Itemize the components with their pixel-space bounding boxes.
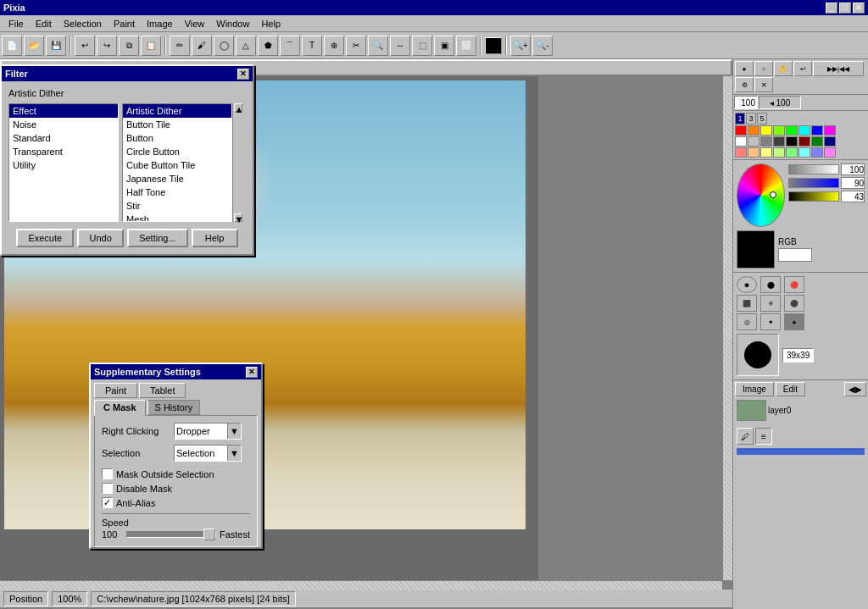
swatch-light-gray[interactable]	[748, 136, 760, 147]
swatch-blue[interactable]	[811, 125, 823, 136]
horizontal-scrollbar[interactable]	[0, 580, 722, 590]
effect-circle-button[interactable]: Circle Button	[123, 145, 231, 158]
redo-button[interactable]: ↪	[97, 36, 117, 56]
save-button[interactable]: 💾	[46, 36, 66, 56]
brush-7[interactable]: ◎	[737, 313, 757, 330]
filter-dialog-close[interactable]: ✕	[237, 69, 249, 80]
layer-thumbnail[interactable]	[737, 400, 766, 421]
close-button[interactable]: ✕	[853, 3, 865, 14]
disable-mask-checkbox[interactable]	[102, 483, 113, 494]
tool-13[interactable]: ▣	[434, 36, 454, 56]
brush-5[interactable]: ✳	[760, 295, 781, 312]
effect-button[interactable]: Button	[123, 131, 231, 145]
swatch-peach[interactable]	[748, 147, 760, 158]
undo-button[interactable]: ↩	[75, 36, 95, 56]
tab-tablet[interactable]: Tablet	[139, 383, 186, 398]
filter-effect-list[interactable]: Artistic Dither Button Tile Button Circl…	[122, 103, 232, 222]
rp-tool-7[interactable]: ✕	[754, 77, 773, 92]
swatch-dark-red[interactable]	[798, 136, 810, 147]
open-button[interactable]: 📂	[24, 36, 44, 56]
swatch-pink[interactable]	[735, 147, 747, 158]
swatch-dark-blue[interactable]	[824, 136, 836, 147]
s-slider[interactable]	[788, 178, 839, 188]
tool-12[interactable]: ⬚	[412, 36, 432, 56]
swatch-gray[interactable]	[760, 136, 772, 147]
menu-selection[interactable]: Selection	[58, 17, 107, 30]
menu-file[interactable]: File	[3, 17, 29, 30]
mask-outside-checkbox[interactable]	[102, 468, 113, 479]
tool-2[interactable]: 🖌	[192, 36, 212, 56]
brush-6[interactable]: ⚫	[784, 295, 804, 312]
anti-alias-checkbox[interactable]: ✓	[102, 497, 113, 508]
tool-3[interactable]: ◯	[214, 36, 234, 56]
rp-tool-5[interactable]: ▶▶|◀◀	[813, 61, 864, 76]
tab-shistory[interactable]: S History	[147, 400, 201, 415]
filter-category-list[interactable]: Effect Noise Standard Transparent Utilit…	[8, 103, 119, 222]
brush-8[interactable]: ✦	[760, 313, 781, 330]
tab-cmask[interactable]: C Mask	[94, 400, 146, 416]
brush-2[interactable]: ⬤	[760, 276, 781, 293]
tool-8[interactable]: ⊕	[324, 36, 344, 56]
layer-num-1[interactable]: 1	[735, 113, 745, 125]
vertical-scrollbar[interactable]	[722, 76, 732, 580]
layer-num-3[interactable]: 3	[746, 113, 756, 125]
paste-button[interactable]: 📋	[141, 36, 161, 56]
layers-nav-button[interactable]: ◀▶	[844, 382, 866, 396]
supp-dialog-close[interactable]: ✕	[246, 367, 258, 378]
tool-6[interactable]: ⌒	[280, 36, 300, 56]
selection-dropdown-arrow[interactable]: ▼	[227, 446, 241, 461]
copy-button[interactable]: ⧉	[119, 36, 139, 56]
rp-tool-2[interactable]: ○	[754, 61, 773, 76]
menu-help[interactable]: Help	[256, 17, 286, 30]
swatch-orange[interactable]	[748, 125, 760, 136]
effect-artistic-dither[interactable]: Artistic Dither	[123, 104, 231, 118]
zoom-in-button[interactable]: 🔍+	[510, 36, 531, 56]
swatch-white[interactable]	[735, 136, 747, 147]
b-slider[interactable]	[788, 191, 839, 202]
category-standard[interactable]: Standard	[9, 131, 118, 145]
new-button[interactable]: 📄	[2, 36, 22, 56]
tool-9[interactable]: ✂	[346, 36, 366, 56]
s-input[interactable]	[841, 177, 865, 189]
swatch-magenta[interactable]	[824, 125, 836, 136]
swatch-light-magenta[interactable]	[824, 147, 836, 158]
setting-button[interactable]: Setting...	[127, 229, 187, 247]
rp-tool-1[interactable]: ●	[735, 61, 754, 76]
tool-4[interactable]: △	[236, 36, 256, 56]
swatch-yellow[interactable]	[760, 125, 772, 136]
selection-dropdown[interactable]: Selection ▼	[174, 445, 242, 462]
effect-half-tone[interactable]: Half Tone	[123, 185, 231, 199]
color-btn[interactable]	[485, 37, 502, 54]
maximize-button[interactable]: □	[839, 3, 851, 14]
swatch-cyan[interactable]	[798, 125, 810, 136]
right-clicking-dropdown[interactable]: Dropper ▼	[174, 423, 242, 440]
help-button[interactable]: Help	[192, 229, 238, 247]
menu-window[interactable]: Window	[211, 17, 254, 30]
swatch-light-blue[interactable]	[811, 147, 823, 158]
menu-image[interactable]: Image	[142, 17, 178, 30]
swatch-red[interactable]	[735, 125, 747, 136]
scrollbar-down-arrow[interactable]: ▼	[234, 213, 242, 222]
effect-list-scrollbar[interactable]: ▲ ▼	[232, 103, 242, 222]
rp-tool-4[interactable]: ↩	[793, 61, 812, 76]
b-input[interactable]	[841, 191, 865, 202]
swatch-dark-green[interactable]	[811, 136, 823, 147]
right-clicking-dropdown-arrow[interactable]: ▼	[227, 424, 241, 439]
menu-view[interactable]: View	[180, 17, 210, 30]
tab-paint[interactable]: Paint	[94, 383, 137, 398]
category-transparent[interactable]: Transparent	[9, 145, 118, 158]
brush-4[interactable]: ⬛	[737, 295, 757, 312]
minimize-button[interactable]: _	[826, 3, 837, 14]
scrollbar-up-arrow[interactable]: ▲	[234, 103, 242, 112]
tab-image[interactable]: Image	[735, 382, 774, 396]
speed-thumb[interactable]	[203, 529, 215, 540]
category-effect[interactable]: Effect	[9, 104, 118, 118]
swatch-light-green[interactable]	[786, 147, 798, 158]
category-utility[interactable]: Utility	[9, 158, 118, 172]
undo-filter-button[interactable]: Undo	[77, 229, 124, 247]
tool-14[interactable]: ⬜	[456, 36, 476, 56]
layer-tool-2[interactable]: ≡	[755, 428, 772, 445]
execute-button[interactable]: Execute	[16, 229, 74, 247]
swatch-dark-gray[interactable]	[773, 136, 785, 147]
effect-button-tile[interactable]: Button Tile	[123, 118, 231, 131]
